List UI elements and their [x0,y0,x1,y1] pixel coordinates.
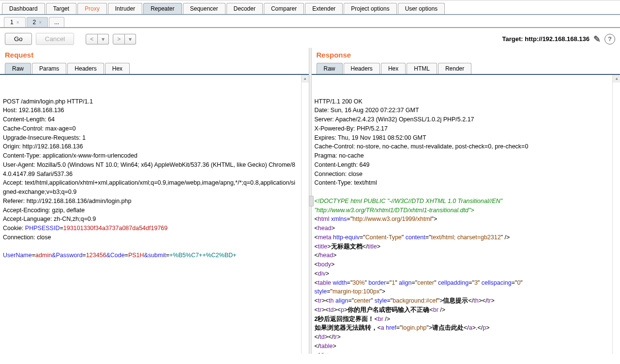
main-tab-project-options[interactable]: Project options [344,3,396,14]
response-pane: Response RawHeadersHexHTMLRender HTTP/1.… [312,48,620,354]
close-icon[interactable]: × [16,20,19,25]
action-bar: Go Cancel < ▾ > ▾ Target: http://192.168… [0,28,620,48]
request-tab-raw[interactable]: Raw [5,63,31,74]
close-icon[interactable]: × [39,20,42,25]
scroll-up-icon[interactable]: ▴ [613,75,620,83]
main-tab-repeater[interactable]: Repeater [143,3,181,14]
repeater-tab-1[interactable]: 1× [4,17,26,27]
response-raw-viewer[interactable]: HTTP/1.1 200 OK Date: Sun, 16 Aug 2020 0… [312,75,620,354]
main-tab-comparer[interactable]: Comparer [264,3,304,14]
chevron-right-icon: > [117,36,121,43]
response-title: Response [312,48,620,63]
response-tab-html[interactable]: HTML [407,63,437,74]
nav-back-group[interactable]: < ▾ [86,34,109,44]
request-tabs: RawParamsHeadersHex [0,63,309,75]
nav-back-menu: ▾ [98,34,109,44]
tab-label: 2 [33,19,36,26]
go-button[interactable]: Go [5,33,32,45]
new-tab-button[interactable]: ... [49,17,64,27]
nav-forward-menu: ▾ [125,34,136,44]
help-icon[interactable]: ? [605,34,615,44]
response-tab-render[interactable]: Render [438,63,471,74]
main-tab-sequencer[interactable]: Sequencer [183,3,226,14]
response-tab-headers[interactable]: Headers [344,63,380,74]
main-tab-proxy[interactable]: Proxy [77,3,107,14]
request-raw-editor[interactable]: POST /admin/login.php HTTP/1.1 Host: 192… [0,75,309,354]
target-label: Target: http://192.168.168.136 ✎ ? [502,34,615,44]
response-tab-hex[interactable]: Hex [381,63,406,74]
edit-target-icon[interactable]: ✎ [593,34,601,44]
request-tab-hex[interactable]: Hex [105,63,130,74]
repeater-tab-2[interactable]: 2× [27,17,48,27]
nav-back-button: < [86,34,98,44]
main-tab-dashboard[interactable]: Dashboard [2,3,45,14]
response-tab-raw[interactable]: Raw [317,63,343,74]
nav-forward-group[interactable]: > ▾ [113,34,136,44]
cancel-button[interactable]: Cancel [36,33,75,45]
scroll-up-icon[interactable]: ▴ [302,75,309,83]
caret-down-icon: ▾ [102,36,105,43]
repeater-sub-tabs: 1×2×... [0,15,620,28]
tab-label: 1 [10,19,14,26]
request-title: Request [0,48,309,63]
request-tab-headers[interactable]: Headers [67,63,104,74]
response-tabs: RawHeadersHexHTMLRender [312,63,620,75]
chevron-left-icon: < [90,36,93,43]
request-pane: Request RawParamsHeadersHex POST /admin/… [0,48,309,354]
caret-down-icon: ▾ [129,36,132,43]
main-tab-decoder[interactable]: Decoder [227,3,263,14]
main-tab-bar: DashboardTargetProxyIntruderRepeaterSequ… [0,0,620,15]
main-tab-user-options[interactable]: User options [398,3,445,14]
main-tab-target[interactable]: Target [46,3,76,14]
request-tab-params[interactable]: Params [32,63,66,74]
main-tab-intruder[interactable]: Intruder [108,3,142,14]
main-tab-extender[interactable]: Extender [305,3,343,14]
nav-forward-button: > [113,34,125,44]
